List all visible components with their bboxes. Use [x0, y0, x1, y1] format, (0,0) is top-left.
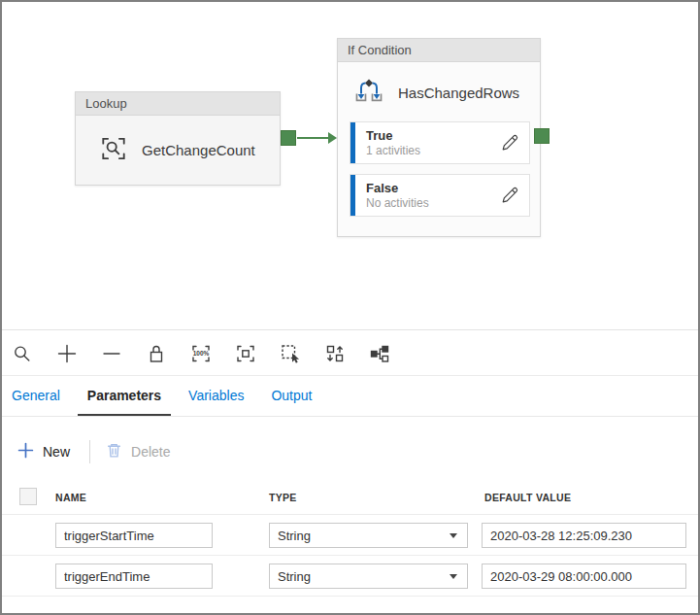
toolbar-multi-select-button[interactable] — [274, 337, 307, 370]
toolbar-zoom-out-button[interactable] — [95, 337, 128, 370]
zoom-in-icon — [55, 342, 79, 365]
parameters-command-bar: New Delete — [17, 435, 170, 468]
zoom-out-icon — [100, 342, 123, 365]
tab-output[interactable]: Output — [261, 376, 321, 416]
toolbar-flowchart-button[interactable] — [363, 337, 396, 370]
branch-false-activities: No activities — [366, 196, 500, 211]
tab-output-label: Output — [271, 388, 312, 403]
activity-lookup-name: GetChangeCount — [142, 142, 255, 158]
toolbar-zoom-to-fit-button[interactable] — [229, 337, 262, 370]
toolbar-zoom-100-button[interactable]: 100% — [184, 337, 217, 370]
new-button-label: New — [43, 444, 70, 460]
parameter-type-dropdown[interactable]: String — [269, 523, 468, 548]
flowchart-icon — [368, 342, 391, 365]
toolbar-zoom-in-button[interactable] — [50, 337, 83, 370]
parameter-default-value-input[interactable] — [482, 564, 686, 589]
if-condition-output-port[interactable] — [534, 128, 550, 144]
branch-false-bar — [350, 175, 355, 216]
parameter-type-dropdown[interactable]: String — [269, 564, 468, 589]
column-header-default-value: DEFAULT VALUE — [484, 492, 571, 503]
tab-general[interactable]: General — [2, 376, 70, 416]
toolbar-auto-align-button[interactable] — [318, 337, 351, 370]
canvas-toolbar: 100% — [2, 331, 698, 376]
branch-false-card[interactable]: False No activities — [350, 174, 530, 217]
command-divider — [89, 440, 90, 463]
tab-parameters[interactable]: Parameters — [78, 376, 171, 416]
parameter-type-value: String — [278, 569, 311, 584]
activity-lookup-type-label: Lookup — [85, 96, 127, 111]
activity-if-name: HasChangedRows — [398, 85, 519, 101]
auto-align-icon — [323, 342, 347, 365]
tab-variables-label: Variables — [188, 388, 244, 403]
activity-lookup-header: Lookup — [76, 92, 280, 116]
table-row: String — [2, 556, 698, 597]
branch-true-label: True — [366, 128, 500, 144]
pipeline-editor-window: Lookup GetChangeCount If Condition — [0, 0, 700, 615]
activity-if-type-label: If Condition — [348, 43, 412, 57]
delete-parameter-button[interactable]: Delete — [106, 442, 170, 461]
branch-true-card[interactable]: True 1 activities — [350, 121, 530, 164]
zoom-100-icon: 100% — [189, 342, 213, 365]
multi-select-icon — [279, 342, 302, 365]
branch-false-label: False — [366, 181, 500, 196]
activity-if-condition[interactable]: If Condition HasChangedRows — [337, 38, 541, 237]
lookup-output-port[interactable] — [281, 130, 296, 146]
zoom-level-label: 100% — [193, 350, 210, 357]
toolbar-lock-button[interactable] — [140, 337, 173, 370]
connector-arrowhead — [328, 132, 337, 144]
connector-edge — [297, 137, 329, 139]
scan-search-icon — [99, 134, 128, 167]
branch-true-bar — [350, 122, 355, 163]
chevron-down-icon — [450, 533, 457, 538]
parameter-default-value-input[interactable] — [482, 523, 686, 548]
branch-true-activities: 1 activities — [366, 144, 500, 158]
parameter-name-input[interactable] — [55, 523, 213, 548]
select-all-checkbox[interactable] — [19, 488, 37, 505]
tab-variables[interactable]: Variables — [179, 376, 253, 416]
chevron-down-icon — [450, 574, 457, 579]
table-row: String — [2, 515, 698, 556]
column-header-name: NAME — [55, 492, 86, 503]
properties-tabs: General Parameters Variables Output — [2, 376, 698, 417]
parameter-name-input[interactable] — [55, 564, 213, 589]
tab-general-label: General — [12, 388, 60, 403]
zoom-to-fit-icon — [234, 342, 257, 365]
toolbar-search-button[interactable] — [6, 337, 39, 370]
parameters-table-header: NAME TYPE DEFAULT VALUE — [2, 483, 698, 515]
tab-parameters-label: Parameters — [87, 388, 161, 403]
parameter-type-value: String — [278, 529, 311, 543]
pencil-icon[interactable] — [500, 186, 519, 205]
plus-icon — [17, 442, 34, 461]
delete-button-label: Delete — [131, 444, 170, 460]
activity-lookup[interactable]: Lookup GetChangeCount — [75, 91, 281, 186]
column-header-type: TYPE — [269, 492, 297, 503]
activity-if-header: If Condition — [338, 39, 540, 62]
branch-condition-icon — [351, 78, 386, 107]
trash-icon — [106, 442, 122, 461]
new-parameter-button[interactable]: New — [17, 442, 70, 461]
pipeline-canvas[interactable]: Lookup GetChangeCount If Condition — [2, 2, 698, 330]
search-icon — [11, 342, 34, 365]
pencil-icon[interactable] — [500, 133, 519, 153]
lock-icon — [145, 342, 168, 365]
